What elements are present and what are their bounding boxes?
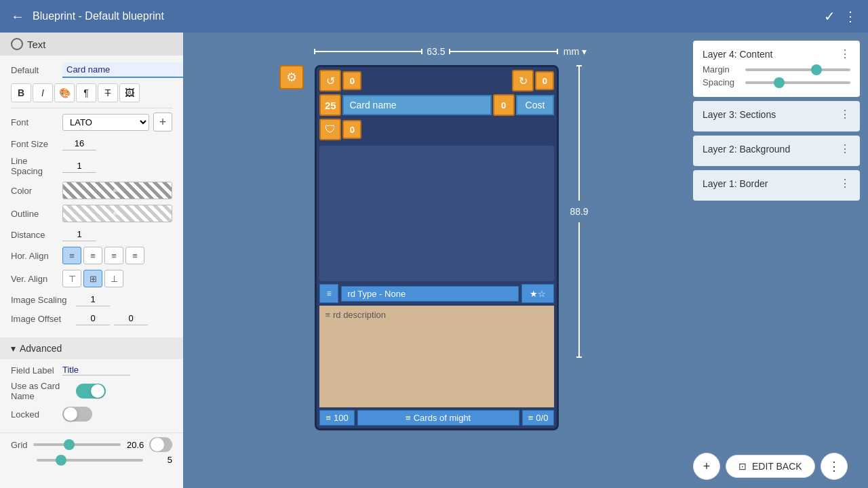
right-more-button[interactable]: ⋮ <box>821 453 848 480</box>
score-icon: ≡ <box>528 413 534 423</box>
align-left-button[interactable]: ≡ <box>62 247 81 264</box>
spacing-slider[interactable] <box>745 81 850 84</box>
image-offset-x-input[interactable] <box>76 312 110 325</box>
mm-label: mm <box>564 46 579 57</box>
edit-back-button[interactable]: ⊡ EDIT BACK <box>726 455 815 478</box>
locked-toggle-knob <box>64 407 77 421</box>
advanced-content: Field Label Use as Card Name Locked <box>0 359 183 432</box>
image-scaling-input[interactable] <box>76 293 110 306</box>
use-card-name-label: Use as Card Name <box>11 381 72 401</box>
card-top-controls: ↺ 0 ↻ 0 <box>317 67 557 94</box>
bottom-100-field[interactable]: ≡ 100 <box>319 410 354 426</box>
distance-input[interactable] <box>62 228 96 241</box>
color-button[interactable]: 🎨 <box>54 83 75 102</box>
font-size-input[interactable] <box>62 137 96 150</box>
font-row: Font LATO + <box>11 113 172 131</box>
rotate-right-button[interactable]: ↻ <box>512 70 534 92</box>
cards-of-might-field[interactable]: ≡ Cards of might <box>357 410 519 426</box>
layer-4-menu-button[interactable]: ⋮ <box>840 47 850 60</box>
bold-button[interactable]: B <box>11 83 31 102</box>
spacing-row: Spacing <box>703 77 850 87</box>
image-scaling-row: Image Scaling <box>11 293 172 306</box>
grid-slider-2[interactable] <box>37 459 143 462</box>
font-select[interactable]: LATO <box>62 114 149 131</box>
dropdown-arrow-icon: ▾ <box>582 46 587 57</box>
check-button[interactable]: ✓ <box>824 8 835 24</box>
color-swatch[interactable]: ✏ <box>62 182 172 199</box>
text-section-header: Text <box>0 33 183 56</box>
card-name-row: 25 Card name 0 Cost <box>317 94 557 119</box>
grid-toggle[interactable] <box>149 437 172 452</box>
valign-top-button[interactable]: ⊤ <box>62 270 81 287</box>
use-card-name-toggle[interactable] <box>76 384 106 399</box>
type-field[interactable]: rd Type - None <box>341 286 519 302</box>
line-spacing-input[interactable] <box>62 159 96 173</box>
grid-slider-1[interactable] <box>33 443 121 446</box>
main-layout: Text Default B I 🎨 ¶ T 🖼 Font <box>0 33 868 488</box>
mm-selector[interactable]: mm ▾ <box>564 46 587 57</box>
card-canvas: ↺ 0 ↻ 0 25 Card name 0 Cost 🛡 <box>315 65 559 430</box>
margin-slider[interactable] <box>745 68 850 71</box>
add-layer-button[interactable]: + <box>693 453 720 480</box>
layer-1-menu-button[interactable]: ⋮ <box>840 177 850 190</box>
image-offset-row: Image Offset <box>11 312 172 325</box>
horizontal-ruler <box>314 51 422 52</box>
back-button[interactable]: ← <box>11 9 24 24</box>
cost-field[interactable]: Cost <box>516 95 555 115</box>
layer-1-header: Layer 1: Border ⋮ <box>703 177 850 190</box>
locked-toggle[interactable] <box>62 407 92 422</box>
default-row: Default <box>11 62 172 78</box>
edit-back-label: EDIT BACK <box>752 461 802 472</box>
margin-row: Margin <box>703 64 850 75</box>
layer-3-menu-button[interactable]: ⋮ <box>840 108 850 121</box>
canvas-controls-left: ⚙ <box>279 65 304 89</box>
star-button[interactable]: ★☆ <box>521 284 554 303</box>
desc-icon: ≡ <box>325 310 330 320</box>
locked-row: Locked <box>11 407 172 422</box>
ver-align-label: Ver. Align <box>11 274 58 284</box>
center-panel: 63.5 mm ▾ ⚙ ↺ 0 ↻ <box>183 33 685 488</box>
horizontal-ruler-2 <box>449 51 557 52</box>
field-label-input[interactable] <box>62 365 130 375</box>
rotate-left-button[interactable]: ↺ <box>319 70 341 92</box>
section-title: Text <box>27 39 46 50</box>
align-right-button[interactable]: ≡ <box>104 247 123 264</box>
toggle-knob <box>91 384 104 398</box>
card-name-field[interactable]: Card name <box>342 95 491 115</box>
valign-bottom-button[interactable]: ⊥ <box>104 270 123 287</box>
layer-3-header: Layer 3: Sections ⋮ <box>703 108 850 121</box>
strikethrough-button[interactable]: T <box>98 83 118 102</box>
page-title: Blueprint - Default blueprint <box>33 10 816 22</box>
score-field[interactable]: ≡ 0/0 <box>522 410 555 426</box>
type-icon-button[interactable]: ≡ <box>319 284 338 303</box>
score-value: 0/0 <box>536 413 548 423</box>
shield-icon[interactable]: 🛡 <box>319 119 341 140</box>
italic-button[interactable]: I <box>33 83 53 102</box>
more-menu-button[interactable]: ⋮ <box>844 8 857 24</box>
default-label: Default <box>11 65 58 75</box>
align-center-button[interactable]: ≡ <box>83 247 102 264</box>
valign-middle-button[interactable]: ⊞ <box>83 270 102 287</box>
line-spacing-label: Line Spacing <box>11 156 58 176</box>
layer-2-menu-button[interactable]: ⋮ <box>840 142 850 155</box>
add-font-button[interactable]: + <box>153 113 172 131</box>
gear-icon[interactable]: ⚙ <box>279 65 304 89</box>
advanced-header[interactable]: ▾ Advanced <box>0 338 183 359</box>
canvas-height-label: 88.9 <box>570 206 588 217</box>
align-justify-button[interactable]: ≡ <box>125 247 144 264</box>
image-offset-y-input[interactable] <box>114 312 148 325</box>
num-0c: 0 <box>493 94 515 116</box>
layer-2-title: Layer 2: Background <box>703 144 790 155</box>
chevron-down-icon: ▾ <box>11 343 16 354</box>
v-ruler-line-1 <box>578 65 580 201</box>
bottom-actions: + ⊡ EDIT BACK ⋮ <box>693 453 860 480</box>
layer-4-header: Layer 4: Content ⋮ <box>703 47 850 60</box>
outline-swatch[interactable]: ✏ <box>62 205 172 222</box>
pencil-icon: ✏ <box>113 185 121 196</box>
card-bottom-row: ≡ 100 ≡ Cards of might ≡ 0/0 <box>319 410 554 426</box>
paragraph-button[interactable]: ¶ <box>76 83 96 102</box>
line-spacing-row: Line Spacing <box>11 156 172 176</box>
image-button[interactable]: 🖼 <box>119 83 140 102</box>
bottom-icon: ≡ <box>326 413 331 423</box>
default-input[interactable] <box>62 62 183 78</box>
